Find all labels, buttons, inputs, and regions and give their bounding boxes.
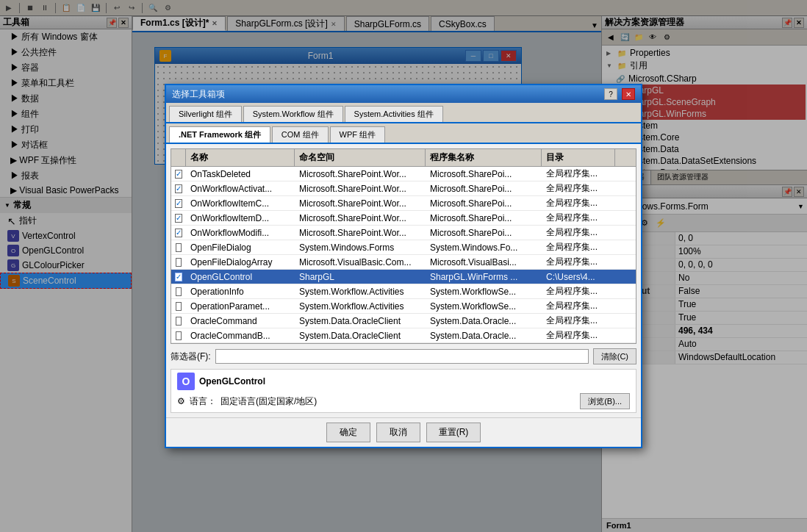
cell-check-10[interactable]	[171, 316, 186, 326]
comp-table[interactable]: OnTaskDeleted Microsoft.SharePoint.Wor..…	[171, 166, 636, 344]
col-header-assembly: 程序集名称	[426, 149, 542, 166]
cell-asm-10: System.Data.Oracle...	[426, 315, 542, 327]
modal-tab-workflow[interactable]: System.Workflow 组件	[243, 106, 343, 122]
checkbox-5[interactable]	[176, 243, 182, 252]
checkbox-11[interactable]	[176, 331, 182, 340]
cell-check-3[interactable]	[171, 213, 186, 223]
table-row-selected[interactable]: OpenGLControl SharpGL SharpGL.WinForms .…	[171, 270, 636, 284]
cell-dir-10: 全局程序集...	[542, 314, 615, 328]
cell-dir-11: 全局程序集...	[542, 328, 615, 342]
desc-title-row: O OpenGLControl	[177, 373, 630, 390]
cell-asm-2: Microsoft.SharePoi...	[426, 198, 542, 209]
desc-icon: O	[177, 373, 195, 390]
cell-dir-4: 全局程序集...	[542, 226, 615, 240]
cell-asm-1: Microsoft.SharePoi...	[426, 183, 542, 195]
cell-ns-2: Microsoft.SharePoint.Wor...	[295, 198, 426, 209]
col-header-name: 名称	[186, 149, 295, 166]
cell-dir-1: 全局程序集...	[542, 181, 615, 195]
cell-ns-9: System.Workflow.Activities	[295, 301, 426, 312]
filter-row: 筛选器(F): 清除(C)	[171, 348, 636, 364]
checkbox-6[interactable]	[176, 258, 182, 267]
cell-dir-3: 全局程序集...	[542, 211, 615, 225]
cell-dir-7: C:\Users\4...	[542, 271, 615, 283]
modal-dialog: 选择工具箱项 ? ✕ Silverlight 组件 System.Workflo…	[165, 84, 642, 448]
cell-name-4: OnWorkflowModifi...	[186, 227, 295, 239]
modal-tab-activities[interactable]: System.Activities 组件	[345, 106, 443, 122]
table-row[interactable]: OperationInfo System.Workflow.Activities…	[171, 284, 636, 299]
table-row[interactable]: OnWorkflowModifi... Microsoft.SharePoint…	[171, 226, 636, 240]
browse-btn[interactable]: 浏览(B)...	[580, 393, 630, 409]
table-row[interactable]: OracleCommandB... System.Data.OracleClie…	[171, 328, 636, 343]
checkbox-4[interactable]	[175, 229, 182, 237]
checkbox-3[interactable]	[175, 214, 182, 223]
desc-lang-label: 语言：	[190, 395, 216, 408]
checkbox-1[interactable]	[175, 184, 182, 193]
cell-check-11[interactable]	[171, 331, 186, 341]
cell-dir-9: 全局程序集...	[542, 299, 615, 313]
col-header-check	[171, 149, 186, 166]
desc-lang-row: ⚙ 语言： 固定语言(固定国家/地区) 浏览(B)...	[177, 393, 630, 409]
cell-name-3: OnWorkflowItemD...	[186, 212, 295, 224]
cell-asm-3: Microsoft.SharePoi...	[426, 212, 542, 224]
table-row[interactable]: OperationParamet... System.Workflow.Acti…	[171, 299, 636, 314]
table-row[interactable]: OnTaskDeleted Microsoft.SharePoint.Wor..…	[171, 167, 636, 181]
ok-btn[interactable]: 确定	[326, 423, 370, 442]
cell-asm-9: System.WorkflowSe...	[426, 301, 542, 312]
modal-tab-netframework[interactable]: .NET Framework 组件	[169, 126, 270, 143]
modal-tab-silverlight[interactable]: Silverlight 组件	[169, 106, 242, 122]
cell-asm-4: Microsoft.SharePoi...	[426, 227, 542, 239]
cell-dir-5: 全局程序集...	[542, 240, 615, 254]
checkbox-10[interactable]	[176, 317, 182, 326]
modal-close-btn[interactable]: ✕	[622, 88, 635, 100]
cancel-btn[interactable]: 取消	[376, 423, 420, 442]
col-header-ns: 命名空间	[295, 149, 426, 166]
cell-asm-11: System.Data.Oracle...	[426, 330, 542, 342]
modal-help-btn[interactable]: ?	[604, 88, 617, 100]
modal-footer: 确定 取消 重置(R)	[166, 417, 641, 447]
cell-name-1: OnWorkflowActivat...	[186, 183, 295, 195]
cell-check-8[interactable]	[171, 287, 186, 297]
checkbox-8[interactable]	[176, 287, 182, 296]
cell-ns-3: Microsoft.SharePoint.Wor...	[295, 212, 426, 224]
table-row[interactable]: OpenFileDialog System.Windows.Forms Syst…	[171, 240, 636, 255]
filter-clear-btn[interactable]: 清除(C)	[593, 348, 636, 364]
cell-check-5[interactable]	[171, 242, 186, 253]
checkbox-9[interactable]	[176, 302, 182, 311]
cell-dir-6: 全局程序集...	[542, 255, 615, 269]
table-row[interactable]: OracleCommand System.Data.OracleClient S…	[171, 314, 636, 328]
filter-input[interactable]	[215, 349, 589, 364]
cell-name-7: OpenGLControl	[186, 271, 295, 283]
reset-btn[interactable]: 重置(R)	[426, 423, 481, 442]
cell-dir-8: 全局程序集...	[542, 284, 615, 298]
checkbox-2[interactable]	[175, 199, 182, 208]
cell-ns-8: System.Workflow.Activities	[295, 286, 426, 298]
cell-asm-6: Microsoft.VisualBasi...	[426, 256, 542, 268]
table-row[interactable]: OnWorkflowActivat... Microsoft.SharePoin…	[171, 181, 636, 196]
cell-ns-4: Microsoft.SharePoint.Wor...	[295, 227, 426, 239]
cell-check-0[interactable]	[171, 169, 186, 179]
modal-overlay: 选择工具箱项 ? ✕ Silverlight 组件 System.Workflo…	[0, 0, 807, 532]
modal-tabs-row2: .NET Framework 组件 COM 组件 WPF 组件	[166, 123, 641, 144]
cell-ns-6: Microsoft.VisualBasic.Com...	[295, 256, 426, 268]
cell-ns-1: Microsoft.SharePoint.Wor...	[295, 183, 426, 195]
table-row[interactable]: OnWorkflowItemC... Microsoft.SharePoint.…	[171, 196, 636, 211]
checkbox-7[interactable]	[175, 273, 182, 281]
modal-tab-wpf[interactable]: WPF 组件	[330, 126, 386, 143]
desc-lang-value: 固定语言(固定国家/地区)	[220, 395, 317, 408]
cell-check-2[interactable]	[171, 198, 186, 209]
modal-tab-com[interactable]: COM 组件	[272, 126, 329, 143]
modal-title: 选择工具箱项	[172, 88, 225, 101]
cell-name-5: OpenFileDialog	[186, 242, 295, 254]
table-row[interactable]: OnWorkflowItemD... Microsoft.SharePoint.…	[171, 211, 636, 226]
cell-check-1[interactable]	[171, 184, 186, 194]
cell-check-6[interactable]	[171, 257, 186, 267]
cell-check-9[interactable]	[171, 301, 186, 312]
table-row[interactable]: OpenFileDialogArray Microsoft.VisualBasi…	[171, 255, 636, 270]
checkbox-0[interactable]	[175, 170, 182, 179]
cell-name-6: OpenFileDialogArray	[186, 256, 295, 268]
cell-check-7[interactable]	[171, 272, 186, 282]
desc-settings-icon: ⚙	[177, 396, 185, 406]
cell-check-4[interactable]	[171, 228, 186, 238]
cell-ns-10: System.Data.OracleClient	[295, 315, 426, 327]
cell-ns-11: System.Data.OracleClient	[295, 330, 426, 342]
